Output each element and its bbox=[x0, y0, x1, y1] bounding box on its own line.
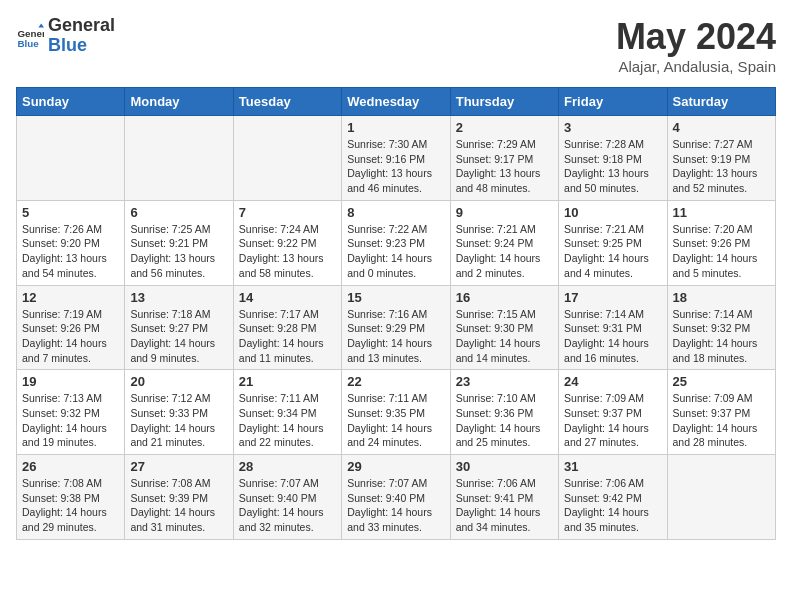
day-number: 18 bbox=[673, 290, 770, 305]
calendar-cell: 15Sunrise: 7:16 AM Sunset: 9:29 PM Dayli… bbox=[342, 285, 450, 370]
day-info: Sunrise: 7:27 AM Sunset: 9:19 PM Dayligh… bbox=[673, 137, 770, 196]
day-number: 20 bbox=[130, 374, 227, 389]
day-number: 26 bbox=[22, 459, 119, 474]
calendar-cell: 22Sunrise: 7:11 AM Sunset: 9:35 PM Dayli… bbox=[342, 370, 450, 455]
week-row-4: 19Sunrise: 7:13 AM Sunset: 9:32 PM Dayli… bbox=[17, 370, 776, 455]
day-info: Sunrise: 7:29 AM Sunset: 9:17 PM Dayligh… bbox=[456, 137, 553, 196]
week-row-5: 26Sunrise: 7:08 AM Sunset: 9:38 PM Dayli… bbox=[17, 455, 776, 540]
calendar-body: 1Sunrise: 7:30 AM Sunset: 9:16 PM Daylig… bbox=[17, 116, 776, 540]
header-day-thursday: Thursday bbox=[450, 88, 558, 116]
calendar-cell: 1Sunrise: 7:30 AM Sunset: 9:16 PM Daylig… bbox=[342, 116, 450, 201]
month-title: May 2024 bbox=[616, 16, 776, 58]
day-info: Sunrise: 7:28 AM Sunset: 9:18 PM Dayligh… bbox=[564, 137, 661, 196]
calendar-cell bbox=[125, 116, 233, 201]
calendar-cell: 20Sunrise: 7:12 AM Sunset: 9:33 PM Dayli… bbox=[125, 370, 233, 455]
day-info: Sunrise: 7:25 AM Sunset: 9:21 PM Dayligh… bbox=[130, 222, 227, 281]
calendar-cell: 18Sunrise: 7:14 AM Sunset: 9:32 PM Dayli… bbox=[667, 285, 775, 370]
logo: General Blue General Blue bbox=[16, 16, 115, 56]
day-number: 23 bbox=[456, 374, 553, 389]
day-info: Sunrise: 7:09 AM Sunset: 9:37 PM Dayligh… bbox=[564, 391, 661, 450]
day-info: Sunrise: 7:26 AM Sunset: 9:20 PM Dayligh… bbox=[22, 222, 119, 281]
day-info: Sunrise: 7:19 AM Sunset: 9:26 PM Dayligh… bbox=[22, 307, 119, 366]
calendar-header: SundayMondayTuesdayWednesdayThursdayFrid… bbox=[17, 88, 776, 116]
calendar-cell: 17Sunrise: 7:14 AM Sunset: 9:31 PM Dayli… bbox=[559, 285, 667, 370]
day-info: Sunrise: 7:30 AM Sunset: 9:16 PM Dayligh… bbox=[347, 137, 444, 196]
calendar-cell: 21Sunrise: 7:11 AM Sunset: 9:34 PM Dayli… bbox=[233, 370, 341, 455]
day-info: Sunrise: 7:14 AM Sunset: 9:32 PM Dayligh… bbox=[673, 307, 770, 366]
day-info: Sunrise: 7:20 AM Sunset: 9:26 PM Dayligh… bbox=[673, 222, 770, 281]
day-info: Sunrise: 7:13 AM Sunset: 9:32 PM Dayligh… bbox=[22, 391, 119, 450]
day-number: 12 bbox=[22, 290, 119, 305]
header-day-sunday: Sunday bbox=[17, 88, 125, 116]
day-number: 13 bbox=[130, 290, 227, 305]
calendar-cell: 26Sunrise: 7:08 AM Sunset: 9:38 PM Dayli… bbox=[17, 455, 125, 540]
day-number: 10 bbox=[564, 205, 661, 220]
day-number: 17 bbox=[564, 290, 661, 305]
week-row-3: 12Sunrise: 7:19 AM Sunset: 9:26 PM Dayli… bbox=[17, 285, 776, 370]
day-info: Sunrise: 7:12 AM Sunset: 9:33 PM Dayligh… bbox=[130, 391, 227, 450]
calendar-cell: 3Sunrise: 7:28 AM Sunset: 9:18 PM Daylig… bbox=[559, 116, 667, 201]
day-info: Sunrise: 7:07 AM Sunset: 9:40 PM Dayligh… bbox=[347, 476, 444, 535]
calendar-cell bbox=[17, 116, 125, 201]
header-day-tuesday: Tuesday bbox=[233, 88, 341, 116]
location-text: Alajar, Andalusia, Spain bbox=[616, 58, 776, 75]
header-day-saturday: Saturday bbox=[667, 88, 775, 116]
day-number: 9 bbox=[456, 205, 553, 220]
calendar-cell: 16Sunrise: 7:15 AM Sunset: 9:30 PM Dayli… bbox=[450, 285, 558, 370]
day-number: 6 bbox=[130, 205, 227, 220]
calendar-cell: 9Sunrise: 7:21 AM Sunset: 9:24 PM Daylig… bbox=[450, 200, 558, 285]
day-info: Sunrise: 7:06 AM Sunset: 9:42 PM Dayligh… bbox=[564, 476, 661, 535]
svg-marker-2 bbox=[38, 23, 44, 27]
calendar-cell: 5Sunrise: 7:26 AM Sunset: 9:20 PM Daylig… bbox=[17, 200, 125, 285]
day-number: 15 bbox=[347, 290, 444, 305]
day-info: Sunrise: 7:24 AM Sunset: 9:22 PM Dayligh… bbox=[239, 222, 336, 281]
calendar-cell: 6Sunrise: 7:25 AM Sunset: 9:21 PM Daylig… bbox=[125, 200, 233, 285]
calendar-cell: 29Sunrise: 7:07 AM Sunset: 9:40 PM Dayli… bbox=[342, 455, 450, 540]
day-info: Sunrise: 7:22 AM Sunset: 9:23 PM Dayligh… bbox=[347, 222, 444, 281]
header-day-monday: Monday bbox=[125, 88, 233, 116]
day-number: 30 bbox=[456, 459, 553, 474]
day-number: 2 bbox=[456, 120, 553, 135]
day-number: 22 bbox=[347, 374, 444, 389]
day-number: 24 bbox=[564, 374, 661, 389]
calendar-cell: 30Sunrise: 7:06 AM Sunset: 9:41 PM Dayli… bbox=[450, 455, 558, 540]
day-info: Sunrise: 7:15 AM Sunset: 9:30 PM Dayligh… bbox=[456, 307, 553, 366]
day-number: 7 bbox=[239, 205, 336, 220]
calendar-cell: 23Sunrise: 7:10 AM Sunset: 9:36 PM Dayli… bbox=[450, 370, 558, 455]
calendar-cell: 10Sunrise: 7:21 AM Sunset: 9:25 PM Dayli… bbox=[559, 200, 667, 285]
day-info: Sunrise: 7:18 AM Sunset: 9:27 PM Dayligh… bbox=[130, 307, 227, 366]
day-info: Sunrise: 7:17 AM Sunset: 9:28 PM Dayligh… bbox=[239, 307, 336, 366]
calendar-cell: 28Sunrise: 7:07 AM Sunset: 9:40 PM Dayli… bbox=[233, 455, 341, 540]
calendar-cell: 27Sunrise: 7:08 AM Sunset: 9:39 PM Dayli… bbox=[125, 455, 233, 540]
logo-icon: General Blue bbox=[16, 22, 44, 50]
day-info: Sunrise: 7:09 AM Sunset: 9:37 PM Dayligh… bbox=[673, 391, 770, 450]
day-number: 11 bbox=[673, 205, 770, 220]
day-info: Sunrise: 7:11 AM Sunset: 9:34 PM Dayligh… bbox=[239, 391, 336, 450]
page-header: General Blue General Blue May 2024 Alaja… bbox=[16, 16, 776, 75]
day-number: 19 bbox=[22, 374, 119, 389]
day-info: Sunrise: 7:06 AM Sunset: 9:41 PM Dayligh… bbox=[456, 476, 553, 535]
logo-blue-text: Blue bbox=[48, 36, 115, 56]
calendar-cell: 14Sunrise: 7:17 AM Sunset: 9:28 PM Dayli… bbox=[233, 285, 341, 370]
calendar-cell: 25Sunrise: 7:09 AM Sunset: 9:37 PM Dayli… bbox=[667, 370, 775, 455]
day-number: 1 bbox=[347, 120, 444, 135]
day-info: Sunrise: 7:21 AM Sunset: 9:24 PM Dayligh… bbox=[456, 222, 553, 281]
header-day-wednesday: Wednesday bbox=[342, 88, 450, 116]
day-number: 8 bbox=[347, 205, 444, 220]
calendar-cell: 19Sunrise: 7:13 AM Sunset: 9:32 PM Dayli… bbox=[17, 370, 125, 455]
calendar-cell bbox=[233, 116, 341, 201]
day-number: 3 bbox=[564, 120, 661, 135]
day-info: Sunrise: 7:11 AM Sunset: 9:35 PM Dayligh… bbox=[347, 391, 444, 450]
calendar-cell: 7Sunrise: 7:24 AM Sunset: 9:22 PM Daylig… bbox=[233, 200, 341, 285]
calendar-cell: 13Sunrise: 7:18 AM Sunset: 9:27 PM Dayli… bbox=[125, 285, 233, 370]
header-row: SundayMondayTuesdayWednesdayThursdayFrid… bbox=[17, 88, 776, 116]
calendar-cell bbox=[667, 455, 775, 540]
day-info: Sunrise: 7:21 AM Sunset: 9:25 PM Dayligh… bbox=[564, 222, 661, 281]
calendar-cell: 8Sunrise: 7:22 AM Sunset: 9:23 PM Daylig… bbox=[342, 200, 450, 285]
calendar-cell: 12Sunrise: 7:19 AM Sunset: 9:26 PM Dayli… bbox=[17, 285, 125, 370]
day-info: Sunrise: 7:08 AM Sunset: 9:39 PM Dayligh… bbox=[130, 476, 227, 535]
calendar-cell: 24Sunrise: 7:09 AM Sunset: 9:37 PM Dayli… bbox=[559, 370, 667, 455]
day-info: Sunrise: 7:10 AM Sunset: 9:36 PM Dayligh… bbox=[456, 391, 553, 450]
logo-general-text: General bbox=[48, 16, 115, 36]
week-row-2: 5Sunrise: 7:26 AM Sunset: 9:20 PM Daylig… bbox=[17, 200, 776, 285]
